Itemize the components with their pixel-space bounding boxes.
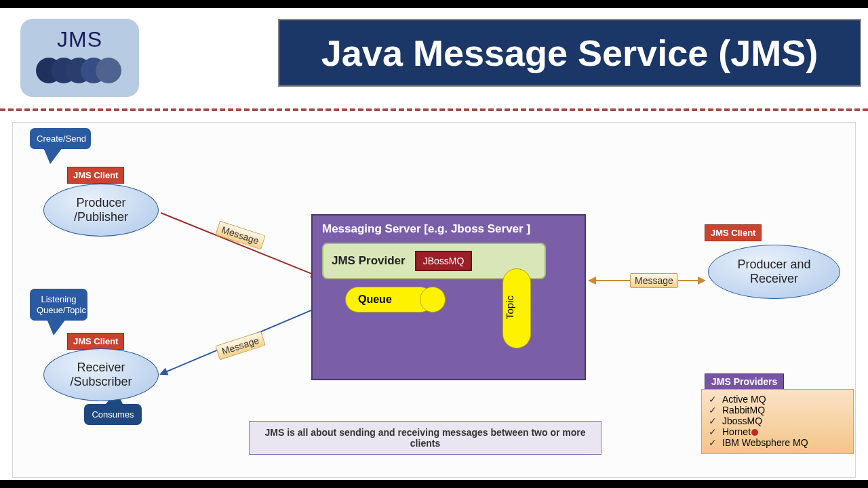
prodrecv-label-1: Producer and	[737, 258, 810, 272]
logo-cylinder-icon	[36, 58, 124, 85]
node-producer-publisher: Producer /Publisher	[43, 184, 159, 237]
prodrecv-label-2: Receiver	[750, 272, 798, 286]
page-title: Java Message Service (JMS)	[321, 32, 818, 74]
top-border	[0, 0, 868, 8]
callout-create-send: Create/Send	[30, 128, 91, 149]
provider-item: IBM Websphere MQ	[709, 437, 846, 448]
provider-item: Hornet	[709, 426, 846, 437]
record-marker-icon	[751, 429, 758, 436]
receiver-label-2: /Subscriber	[70, 375, 132, 389]
node-receiver-subscriber: Receiver /Subscriber	[43, 348, 159, 401]
queue-end-cap	[420, 287, 446, 312]
producer-label-1: Producer	[76, 196, 125, 210]
node-producer-and-receiver: Producer and Receiver	[708, 245, 840, 299]
server-title: Messaging Server [e.g. Jboss Server ]	[322, 222, 575, 236]
label-message-2: Message	[215, 331, 265, 361]
page-title-banner: Java Message Service (JMS)	[278, 19, 861, 87]
jms-logo: JMS	[20, 19, 139, 97]
provider-impl-badge: JBossMQ	[415, 251, 473, 271]
bottom-border	[0, 480, 868, 488]
logo-text: JMS	[57, 27, 102, 52]
tag-jms-client-receiver: JMS Client	[67, 333, 124, 350]
callout-listening: Listening Queue/Topic	[30, 289, 87, 321]
providers-list: Active MQ RabbitMQ JbossMQ Hornet IBM We…	[709, 394, 846, 448]
producer-label-2: /Publisher	[74, 210, 128, 224]
dashed-divider	[0, 108, 868, 111]
arrow-producer-to-server	[161, 212, 319, 277]
callout-consumes: Consumes	[84, 404, 142, 425]
topic-label: Topic	[504, 296, 515, 319]
provider-label: JMS Provider	[332, 254, 406, 268]
queue-label: Queue	[358, 293, 392, 306]
summary-text: JMS is all about sending and receiving m…	[249, 421, 601, 455]
providers-title: JMS Providers	[705, 373, 784, 390]
tag-jms-client-producer: JMS Client	[67, 167, 124, 184]
label-message-3: Message	[630, 273, 678, 288]
provider-item: Active MQ	[709, 394, 846, 405]
provider-item: JbossMQ	[709, 415, 846, 426]
receiver-label-1: Receiver	[77, 361, 125, 375]
tag-jms-client-prodrecv: JMS Client	[705, 224, 762, 241]
architecture-diagram: Create/Send Listening Queue/Topic Consum…	[12, 122, 856, 478]
provider-item: RabbitMQ	[709, 405, 846, 415]
providers-list-box: Active MQ RabbitMQ JbossMQ Hornet IBM We…	[701, 389, 854, 454]
